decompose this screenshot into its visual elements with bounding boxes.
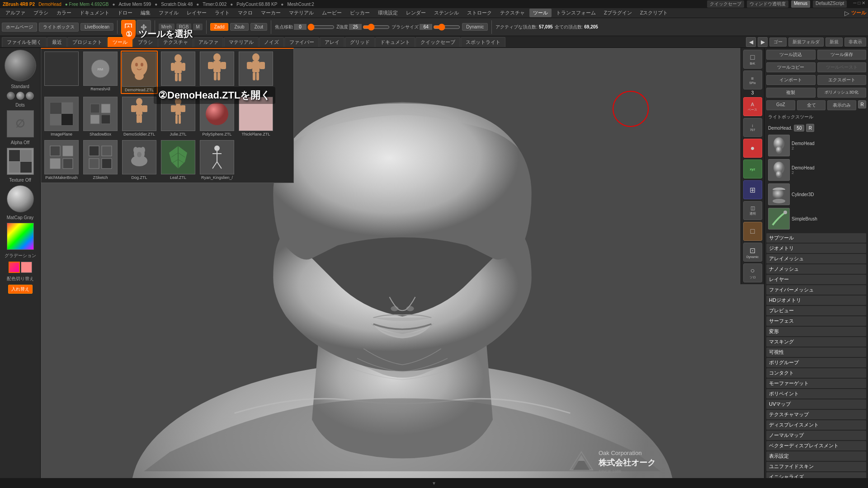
menu-light[interactable]: ライト — [211, 9, 233, 17]
dot-1[interactable] — [7, 92, 15, 100]
hide-btn[interactable]: 非表示 — [844, 38, 866, 47]
tab-alpha[interactable]: アルファ — [193, 37, 223, 47]
menu-material[interactable]: マテリアル — [285, 9, 317, 17]
section-geometry[interactable]: ジオメトリ — [766, 244, 866, 253]
brush-size-slider[interactable] — [433, 24, 460, 30]
export-btn[interactable]: エクスポート — [817, 75, 867, 85]
tab-noise[interactable]: ノイズ — [259, 37, 284, 47]
zintensity-val[interactable]: 25 — [349, 24, 362, 30]
grid-icon[interactable]: ⊞ — [743, 180, 762, 199]
section-texture-map[interactable]: テクスチャマップ — [766, 410, 866, 419]
tab-spotlight[interactable]: スポットライト — [461, 37, 505, 47]
m-label[interactable]: M — [193, 23, 202, 30]
section-morph[interactable]: モーファーゲット — [766, 379, 866, 388]
tool-load-btn[interactable]: ツール読込 — [766, 50, 816, 60]
texture-preview[interactable] — [7, 148, 34, 175]
xyz-icon[interactable]: xyz — [743, 160, 762, 178]
visible-only-btn[interactable]: 表示のみ — [827, 100, 856, 110]
import-btn[interactable]: インポート — [766, 75, 816, 85]
livebool-btn[interactable]: LiveBoolean — [80, 23, 113, 31]
zadd-btn[interactable]: Zadd — [210, 23, 229, 31]
simple-brush-row[interactable]: SimpleBrush — [766, 207, 866, 230]
section-preview[interactable]: プレビュー — [766, 306, 866, 315]
tab-fiber[interactable]: ファイバー — [284, 37, 319, 47]
section-surface[interactable]: サーフェス — [766, 316, 866, 326]
dynamic-btn[interactable]: Dynamic — [462, 23, 488, 31]
polymesh3d-btn[interactable]: ポリメッシュ3D化 — [817, 88, 867, 98]
matcap-preview[interactable] — [7, 185, 34, 212]
menu-brush[interactable]: ブラシ — [30, 9, 52, 17]
section-uvmap[interactable]: UVマップ — [766, 399, 866, 409]
dot-2[interactable] — [16, 92, 24, 100]
palette-item-patchmaker[interactable]: PatchMakerBrush — [43, 139, 80, 181]
section-masking[interactable]: マスキング — [766, 337, 866, 347]
menu-zplugin[interactable]: Zプラグイン — [600, 9, 636, 17]
r-btn[interactable]: R — [858, 100, 866, 108]
new-btn[interactable]: 新規 — [826, 38, 843, 47]
tab-grid[interactable]: グリッド — [345, 37, 375, 47]
palette-item-zsketch[interactable]: ZSketch — [82, 139, 119, 181]
palette-item-remeshall[interactable]: RM RemeshAll — [82, 51, 119, 94]
duplicate-btn[interactable]: 複製 — [766, 88, 816, 98]
gradient-preview[interactable] — [7, 223, 34, 250]
subtool-row-demohead1[interactable]: DemoHead 2 — [766, 134, 866, 157]
home-btn[interactable]: ホームページ — [2, 23, 37, 32]
menu-edit[interactable]: 編集 — [137, 9, 154, 17]
dynamic-icon[interactable]: ⊡ Dynamic — [743, 243, 762, 262]
fg-color-sq[interactable] — [9, 262, 20, 273]
menu-macro[interactable]: マクロ — [234, 9, 256, 17]
red-circle-icon[interactable]: ● — [743, 139, 762, 158]
base-icon[interactable]: A ベース — [743, 97, 762, 116]
brush-preview[interactable] — [5, 50, 36, 81]
tool-copy-btn[interactable]: ツールコピー — [766, 62, 816, 72]
subtool-row-demohead2[interactable]: DemoHead 2 — [766, 158, 866, 182]
palette-item-demosoldier[interactable]: DemoSoldier.ZTL — [121, 96, 158, 137]
menu-file[interactable]: ファイル — [155, 9, 182, 17]
palette-item-shadowbox[interactable]: ShadowBox — [82, 96, 119, 137]
dot-3[interactable] — [26, 92, 34, 100]
menu-render[interactable]: レンダー — [402, 9, 429, 17]
spix-icon[interactable]: ≡ SPix — [743, 70, 762, 89]
section-displacement[interactable]: ディスプレイスメント — [766, 420, 866, 430]
tab-open-file[interactable]: ファイルを開く — [2, 37, 47, 47]
bg-color-sq[interactable] — [21, 262, 32, 273]
tab-document[interactable]: ドキュメント — [375, 37, 415, 47]
section-fiber-mesh[interactable]: ファイバーメッシュ — [766, 285, 866, 295]
tab-material[interactable]: マテリアル — [224, 37, 259, 47]
section-visibility[interactable]: 可視性 — [766, 347, 866, 357]
transparency-icon[interactable]: ◫ 透明 — [743, 201, 762, 220]
menu-document[interactable]: ドキュメント — [76, 9, 113, 17]
menu-texture[interactable]: テクスチャ — [496, 9, 528, 17]
focal-move-slider[interactable] — [307, 24, 335, 30]
right-arrow-btn[interactable]: ▷ — [844, 9, 849, 17]
alpha-preview[interactable]: ∅ — [7, 110, 34, 137]
tool-save-btn[interactable]: ツール保存 — [817, 50, 867, 60]
section-polypaint[interactable]: ポリペイント — [766, 389, 866, 399]
menu-draw[interactable]: ドロー — [114, 9, 136, 17]
section-layer[interactable]: レイヤー — [766, 275, 866, 284]
palette-item-leaf[interactable]: Leaf.ZTL — [160, 139, 197, 181]
menus-btn[interactable]: Menus — [791, 0, 810, 8]
tab-recent[interactable]: 最近 — [47, 37, 67, 47]
section-unified-skin[interactable]: ユニファイドスキン — [766, 462, 866, 471]
section-normal-map[interactable]: ノーマルマップ — [766, 431, 866, 440]
tab-quicksave[interactable]: クイックセーブ — [415, 37, 460, 47]
section-array-mesh[interactable]: アレイメッシュ — [766, 254, 866, 263]
brush-size-val[interactable]: 64 — [420, 24, 432, 30]
brk-icon[interactable]: □ BrK — [743, 50, 762, 69]
section-nano-mesh[interactable]: ナノメッシュ — [766, 264, 866, 274]
707-icon[interactable]: ↕ 707 — [743, 118, 762, 137]
prev-arrow[interactable]: ◀ — [746, 37, 756, 47]
bottom-arrow[interactable]: ▼ — [432, 481, 436, 486]
focal-move-val[interactable]: 0 — [294, 24, 307, 30]
zsub-btn[interactable]: Zsub — [230, 23, 248, 31]
texture-icon[interactable]: □ — [743, 222, 762, 241]
menu-stencil[interactable]: ステンシル — [430, 9, 462, 17]
quicksave-btn[interactable]: クイックセーブ — [707, 0, 744, 8]
swap-btn[interactable]: 入れ替え — [8, 285, 33, 294]
goz-btn[interactable]: GoZ — [766, 100, 795, 110]
menu-stroke[interactable]: ストローク — [463, 9, 495, 17]
tab-project[interactable]: プロジェクト — [67, 37, 107, 47]
tool-paste-btn[interactable]: ツールペースト — [817, 62, 867, 72]
demohead-val-box[interactable]: 50 — [794, 125, 804, 131]
